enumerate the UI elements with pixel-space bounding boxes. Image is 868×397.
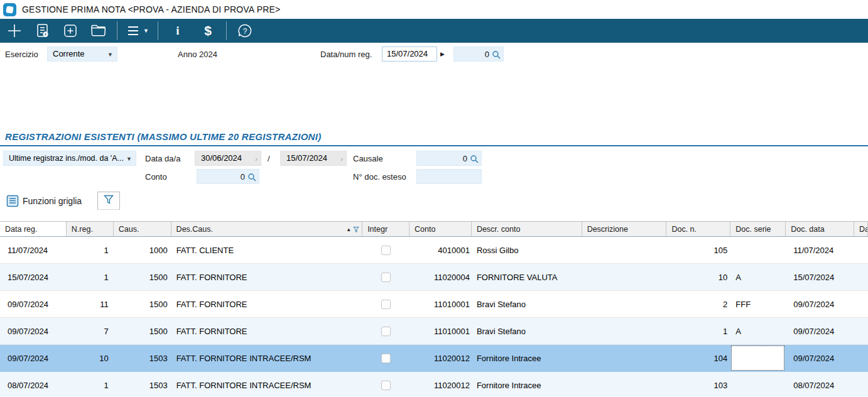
integr-checkbox[interactable] xyxy=(381,273,391,282)
date-from-value: 30/06/2024 xyxy=(201,153,242,163)
table-row[interactable]: 09/07/2024111500FATT. FORNITORE11010001B… xyxy=(0,291,868,318)
toolbar-separator xyxy=(117,21,117,40)
cell-value: 09/07/2024 xyxy=(793,327,834,336)
table-row[interactable]: 11/07/202411000FATT. CLIENTE4010001Rossi… xyxy=(0,237,868,264)
cell-value: 11020012 xyxy=(434,354,470,363)
cell-nreg: 1 xyxy=(67,264,114,290)
open-folder-button[interactable] xyxy=(84,19,113,43)
cell-descrizione xyxy=(582,291,667,317)
cell-value: 09/07/2024 xyxy=(8,300,48,309)
table-row[interactable]: 15/07/202411500FATT. FORNITORE11020004FO… xyxy=(0,264,868,291)
cell-doc_n: 1 xyxy=(666,318,730,344)
column-header-doc_n[interactable]: Doc. n. xyxy=(666,222,730,236)
document-gear-icon xyxy=(35,23,51,39)
cell-caus: 1500 xyxy=(114,291,171,317)
column-header-integr[interactable]: Integr xyxy=(362,222,410,236)
cell-value: 103 xyxy=(714,381,728,390)
cell-caus: 1503 xyxy=(114,345,171,371)
funnel-icon xyxy=(103,194,114,208)
cell-descrizione xyxy=(582,264,667,290)
cell-nreg: 1 xyxy=(67,237,114,263)
cell-doc_serie: A xyxy=(730,318,786,344)
document-settings-button[interactable] xyxy=(29,19,57,43)
cell-descrizione xyxy=(582,345,667,371)
cell-value: 09/07/2024 xyxy=(793,354,834,363)
date-value: 15/07/2024 xyxy=(387,49,428,58)
integr-checkbox[interactable] xyxy=(381,327,391,336)
cell-doc_serie xyxy=(730,237,786,263)
cell-value: A xyxy=(735,273,741,282)
help-icon: ? xyxy=(237,23,253,39)
date-from-input[interactable]: 30/06/2024 › xyxy=(195,151,261,166)
ndoc-esteso-label: N° doc. esteso xyxy=(353,170,406,185)
num-reg-input[interactable]: 0 xyxy=(453,46,504,62)
column-header-da[interactable]: Da xyxy=(854,222,868,236)
cell-value: 11020004 xyxy=(434,273,470,282)
new-record-button[interactable] xyxy=(0,19,29,43)
data-num-reg-date-input[interactable]: 15/07/2024 xyxy=(382,46,437,62)
column-header-nreg[interactable]: N.reg. xyxy=(67,222,114,236)
column-header-data_reg[interactable]: Data reg. xyxy=(0,222,67,236)
cell-value: FATT. FORNITORE xyxy=(176,300,247,309)
grid-functions-label[interactable]: Funzioni griglia xyxy=(23,196,82,206)
column-header-descrizione[interactable]: Descrizione xyxy=(582,222,667,236)
registrations-grid: Data reg.N.reg.Caus.Des.Caus.▲IntegrCont… xyxy=(0,221,868,397)
search-icon[interactable] xyxy=(492,50,501,63)
cell-value: 1503 xyxy=(149,354,168,363)
esercizio-select[interactable]: Corrente ▼ xyxy=(47,46,117,62)
info-button[interactable]: i xyxy=(162,19,193,43)
cell-caus: 1500 xyxy=(114,318,171,344)
date-to-input[interactable]: 15/07/2024 › xyxy=(280,151,347,166)
cell-data_reg: 11/07/2024 xyxy=(0,237,67,263)
ndoc-esteso-input[interactable] xyxy=(416,169,482,184)
integr-checkbox[interactable] xyxy=(381,354,391,363)
ultime-registrazioni-select[interactable]: Ultime registraz ins./mod. da 'A... ▼ xyxy=(3,151,136,166)
cell-caus: 1503 xyxy=(114,372,171,397)
cell-value: 1000 xyxy=(149,246,168,255)
title-bar: GESTIONE PRIMA NOTA <PROVA - AZIENDA DI … xyxy=(0,0,868,19)
column-header-label: Caus. xyxy=(119,225,139,234)
integr-checkbox[interactable] xyxy=(381,246,391,255)
causale-input[interactable]: 0 xyxy=(416,151,482,166)
menu-button[interactable]: ▼ xyxy=(121,19,154,43)
column-header-conto[interactable]: Conto xyxy=(410,222,472,236)
cell-value: 7 xyxy=(104,327,109,336)
table-row[interactable]: 09/07/2024101503FATT. FORNITORE INTRACEE… xyxy=(0,345,868,372)
date-next-arrow-icon[interactable]: ▶ xyxy=(440,46,445,62)
integr-checkbox[interactable] xyxy=(381,381,391,390)
cell-value: Fornitore Intracee xyxy=(477,381,541,390)
editing-cell-input[interactable] xyxy=(731,345,784,371)
cell-value: 1 xyxy=(104,273,109,282)
cell-des_caus: FATT. FORNITORE xyxy=(171,318,363,344)
grid-filter-button[interactable] xyxy=(97,192,120,210)
cell-descrizione xyxy=(582,237,667,263)
cell-da xyxy=(854,237,868,263)
currency-button[interactable]: $ xyxy=(193,19,222,43)
column-header-doc_serie[interactable]: Doc. serie xyxy=(730,222,786,236)
cell-value: 09/07/2024 xyxy=(8,354,48,363)
section-divider xyxy=(0,145,868,146)
table-row[interactable]: 08/07/202411503FATT. FORNITORE INTRACEE/… xyxy=(0,372,868,397)
cell-value: 1503 xyxy=(149,381,168,390)
search-icon[interactable] xyxy=(247,172,256,186)
column-header-des_caus[interactable]: Des.Caus.▲ xyxy=(171,222,363,236)
cell-da xyxy=(854,264,868,290)
add-box-button[interactable] xyxy=(57,19,84,43)
column-header-label: Doc. n. xyxy=(671,225,697,234)
cell-value: FORNITORE VALUTA xyxy=(477,273,558,282)
cell-descr_conto: Bravi Stefano xyxy=(472,291,582,317)
table-row[interactable]: 09/07/202471500FATT. FORNITORE11010001Br… xyxy=(0,318,868,345)
integr-checkbox[interactable] xyxy=(381,300,391,309)
help-button[interactable]: ? xyxy=(231,19,259,43)
column-header-descr_conto[interactable]: Descr. conto xyxy=(472,222,582,236)
cell-value: 104 xyxy=(714,354,728,363)
section-title: REGISTRAZIONI ESISTENTI (MASSIMO ULTIME … xyxy=(5,131,322,142)
esercizio-label: Esercizio xyxy=(5,47,38,62)
search-icon[interactable] xyxy=(470,154,479,168)
conto-input[interactable]: 0 xyxy=(197,169,259,184)
cell-caus: 1500 xyxy=(114,264,171,290)
funnel-icon[interactable] xyxy=(353,226,359,233)
num-reg-value: 0 xyxy=(485,47,489,62)
column-header-caus[interactable]: Caus. xyxy=(114,222,171,236)
column-header-doc_data[interactable]: Doc. data xyxy=(786,222,854,236)
